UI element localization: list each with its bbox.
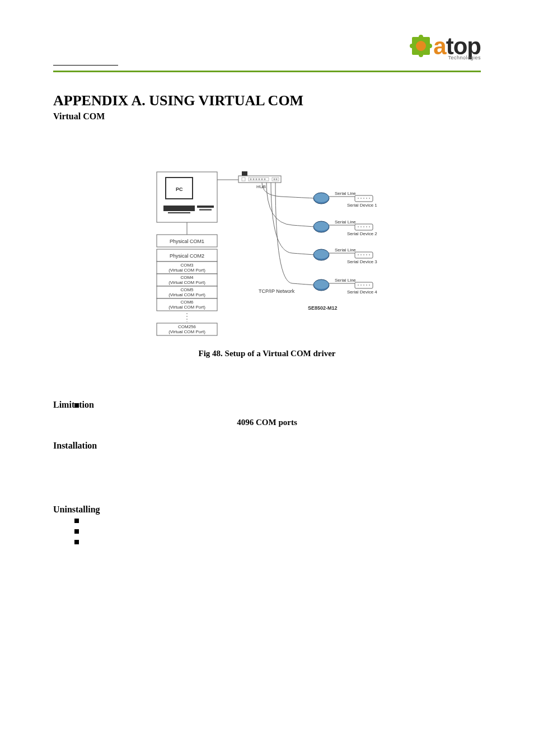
svg-point-48: [363, 226, 364, 227]
fig-physical-com2: Physical COM2: [170, 253, 204, 259]
uninstall-bullet-3: [74, 537, 481, 546]
logo-subtitle: Technologies: [433, 55, 481, 60]
svg-point-60: [366, 254, 367, 255]
fig-tcpip-label: TCP/IP Network: [259, 288, 295, 294]
installation-section: Installation: [53, 441, 481, 451]
svg-point-37: [363, 198, 364, 199]
svg-point-19: [276, 179, 278, 180]
limitation-title: Limitation: [53, 400, 481, 410]
svg-point-71: [366, 284, 367, 286]
fig-physical-com1: Physical COM1: [170, 239, 204, 244]
svg-point-39: [369, 198, 370, 199]
svg-point-12: [253, 179, 255, 180]
fig-com3: COM3: [180, 263, 194, 268]
svg-point-16: [264, 179, 266, 180]
svg-rect-5: [197, 206, 214, 208]
svg-point-0: [416, 41, 426, 51]
header-underline: [53, 65, 118, 66]
fig-com3-sub: (Virtual COM Port): [168, 268, 205, 273]
svg-point-38: [366, 198, 367, 199]
svg-point-47: [360, 226, 362, 227]
svg-text:Serial Line: Serial Line: [335, 248, 356, 253]
fig-serial-node-4: Serial Line Serial Device 4: [313, 278, 377, 295]
figure-48: PC HUB Physic: [53, 162, 481, 358]
svg-rect-7: [242, 171, 247, 176]
uninstalling-section: Uninstalling: [53, 505, 481, 546]
svg-point-31: [314, 193, 329, 202]
figure-caption: Fig 48. Setup of a Virtual COM driver: [53, 349, 481, 358]
svg-text:Serial Line: Serial Line: [335, 191, 356, 196]
svg-text:Serial Line: Serial Line: [335, 278, 356, 283]
svg-point-59: [363, 254, 364, 255]
fig-com5: COM5: [180, 287, 194, 292]
fig-com6: COM6: [180, 300, 194, 305]
svg-text:Serial Device 3: Serial Device 3: [347, 259, 377, 264]
installation-title: Installation: [53, 441, 481, 451]
uninstall-bullet-1: [74, 516, 481, 525]
uninstalling-bullets: [74, 516, 481, 546]
fig-com256-sub: (Virtual COM Port): [168, 329, 205, 334]
fig-com6-sub: (Virtual COM Port): [168, 305, 205, 310]
svg-rect-6: [199, 209, 212, 211]
uninstall-bullet-2: [74, 526, 481, 535]
fig-com256: COM256: [178, 324, 196, 329]
svg-point-69: [360, 284, 362, 286]
logo-puzzle-icon: [409, 34, 433, 60]
svg-text:Serial Device 1: Serial Device 1: [347, 203, 377, 208]
svg-point-14: [259, 179, 260, 180]
fig-com4-sub: (Virtual COM Port): [168, 280, 205, 285]
svg-point-57: [358, 254, 359, 255]
virtual-com-subtitle: Virtual COM: [53, 111, 481, 122]
fig-com5-sub: (Virtual COM Port): [168, 292, 205, 297]
fig-serial-node-1: Serial Line Serial Device 1: [313, 191, 377, 208]
fig-device-model: SE8502-M12: [308, 305, 338, 311]
svg-point-61: [369, 254, 370, 255]
svg-point-72: [369, 284, 370, 286]
svg-text:Serial Device 4: Serial Device 4: [347, 290, 377, 295]
uninstalling-title: Uninstalling: [53, 505, 481, 515]
svg-point-36: [360, 198, 362, 199]
fig-serial-node-3: Serial Line Serial Device 3: [313, 248, 377, 264]
svg-rect-4: [168, 212, 190, 213]
svg-point-70: [363, 284, 364, 286]
fig-com4: COM4: [180, 275, 194, 280]
limitation-section: Limitation 4096 COM ports: [53, 400, 481, 427]
svg-point-58: [360, 254, 362, 255]
svg-point-35: [358, 198, 359, 199]
fig-pc-label: PC: [176, 186, 183, 192]
limitation-ports: 4096 COM ports: [53, 418, 481, 427]
fig-serial-node-2: Serial Line Serial Device 2: [313, 220, 377, 236]
fig-hub-label: HUB: [256, 184, 266, 189]
brand-logo: atop Technologies: [409, 34, 481, 60]
svg-point-11: [250, 179, 252, 180]
svg-point-68: [358, 284, 359, 286]
svg-rect-3: [163, 206, 195, 211]
svg-point-13: [256, 179, 257, 180]
svg-point-53: [314, 250, 329, 259]
svg-point-50: [369, 226, 370, 227]
svg-text:Serial Line: Serial Line: [335, 220, 356, 225]
svg-point-42: [314, 222, 329, 231]
appendix-title: APPENDIX A. USING VIRTUAL COM: [53, 92, 481, 109]
svg-point-64: [314, 280, 329, 289]
svg-point-15: [261, 179, 263, 180]
svg-point-49: [366, 226, 367, 227]
header-green-rule: [53, 71, 481, 72]
svg-point-18: [274, 179, 275, 180]
svg-point-46: [358, 226, 359, 227]
svg-text:Serial Device 2: Serial Device 2: [347, 231, 377, 236]
